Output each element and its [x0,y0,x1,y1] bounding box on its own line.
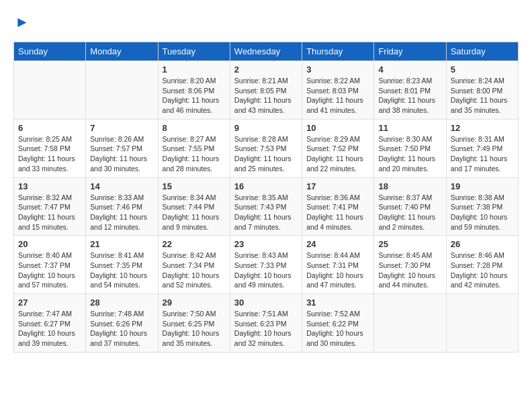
day-number: 10 [306,123,369,133]
calendar-cell [14,61,86,120]
day-info: Sunrise: 8:35 AM Sunset: 7:43 PM Dayligh… [234,193,298,232]
calendar-cell: 17Sunrise: 8:36 AM Sunset: 7:41 PM Dayli… [302,177,374,236]
day-info: Sunrise: 8:36 AM Sunset: 7:41 PM Dayligh… [306,193,369,232]
calendar-cell: 16Sunrise: 8:35 AM Sunset: 7:43 PM Dayli… [230,177,302,236]
day-number: 20 [18,239,81,249]
day-number: 31 [306,298,369,308]
weekday-label: Saturday [446,42,518,61]
day-info: Sunrise: 8:27 AM Sunset: 7:55 PM Dayligh… [163,134,226,174]
weekday-label: Tuesday [158,42,230,61]
calendar-cell: 24Sunrise: 8:44 AM Sunset: 7:31 PM Dayli… [302,236,374,294]
day-number: 22 [163,239,226,249]
day-info: Sunrise: 8:24 AM Sunset: 8:00 PM Dayligh… [451,76,514,116]
day-info: Sunrise: 8:40 AM Sunset: 7:37 PM Dayligh… [18,250,81,290]
calendar-week-row: 20Sunrise: 8:40 AM Sunset: 7:37 PM Dayli… [14,236,519,294]
day-info: Sunrise: 8:43 AM Sunset: 7:33 PM Dayligh… [234,250,298,290]
day-number: 15 [163,181,226,191]
day-info: Sunrise: 8:32 AM Sunset: 7:47 PM Dayligh… [18,193,81,232]
day-info: Sunrise: 8:22 AM Sunset: 8:03 PM Dayligh… [306,76,369,116]
day-info: Sunrise: 8:38 AM Sunset: 7:38 PM Dayligh… [451,193,514,232]
day-number: 8 [163,123,226,133]
day-number: 13 [18,181,81,191]
day-number: 17 [306,181,369,191]
weekday-label: Wednesday [230,42,302,61]
day-number: 21 [90,239,153,249]
calendar-cell [86,61,158,120]
day-info: Sunrise: 7:47 AM Sunset: 6:27 PM Dayligh… [18,309,81,349]
day-number: 27 [18,298,81,308]
day-info: Sunrise: 8:28 AM Sunset: 7:53 PM Dayligh… [234,134,298,174]
day-info: Sunrise: 7:52 AM Sunset: 6:22 PM Dayligh… [306,309,369,349]
day-number: 29 [163,298,226,308]
day-info: Sunrise: 8:46 AM Sunset: 7:28 PM Dayligh… [451,250,514,290]
day-number: 23 [234,239,298,249]
calendar-cell: 4Sunrise: 8:23 AM Sunset: 8:01 PM Daylig… [374,61,446,120]
calendar-week-row: 6Sunrise: 8:25 AM Sunset: 7:58 PM Daylig… [14,119,519,177]
day-number: 6 [18,123,81,133]
logo: ► [13,13,30,31]
calendar-cell: 31Sunrise: 7:52 AM Sunset: 6:22 PM Dayli… [302,294,374,353]
day-number: 14 [90,181,153,191]
day-number: 4 [378,64,441,75]
calendar-cell: 26Sunrise: 8:46 AM Sunset: 7:28 PM Dayli… [446,236,518,294]
day-info: Sunrise: 8:41 AM Sunset: 7:35 PM Dayligh… [90,250,153,290]
day-number: 24 [306,239,369,249]
day-info: Sunrise: 8:37 AM Sunset: 7:40 PM Dayligh… [378,193,441,232]
calendar-cell: 5Sunrise: 8:24 AM Sunset: 8:00 PM Daylig… [446,61,518,120]
calendar-cell: 22Sunrise: 8:42 AM Sunset: 7:34 PM Dayli… [158,236,230,294]
day-info: Sunrise: 7:48 AM Sunset: 6:26 PM Dayligh… [90,309,153,349]
day-number: 5 [451,64,514,75]
calendar-cell: 6Sunrise: 8:25 AM Sunset: 7:58 PM Daylig… [14,119,86,177]
day-number: 25 [378,239,441,249]
calendar-cell: 21Sunrise: 8:41 AM Sunset: 7:35 PM Dayli… [86,236,158,294]
day-info: Sunrise: 8:23 AM Sunset: 8:01 PM Dayligh… [378,76,441,116]
calendar-cell: 23Sunrise: 8:43 AM Sunset: 7:33 PM Dayli… [230,236,302,294]
day-info: Sunrise: 8:29 AM Sunset: 7:52 PM Dayligh… [306,134,369,174]
calendar-cell: 29Sunrise: 7:50 AM Sunset: 6:25 PM Dayli… [158,294,230,353]
calendar-cell: 25Sunrise: 8:45 AM Sunset: 7:30 PM Dayli… [374,236,446,294]
weekday-label: Monday [86,42,158,61]
day-number: 7 [90,123,153,133]
calendar-cell: 12Sunrise: 8:31 AM Sunset: 7:49 PM Dayli… [446,119,518,177]
day-number: 3 [306,64,369,75]
calendar-week-row: 27Sunrise: 7:47 AM Sunset: 6:27 PM Dayli… [14,294,519,353]
day-info: Sunrise: 8:25 AM Sunset: 7:58 PM Dayligh… [18,134,81,174]
day-number: 28 [90,298,153,308]
calendar-cell: 15Sunrise: 8:34 AM Sunset: 7:44 PM Dayli… [158,177,230,236]
calendar-cell: 30Sunrise: 7:51 AM Sunset: 6:23 PM Dayli… [230,294,302,353]
day-info: Sunrise: 8:34 AM Sunset: 7:44 PM Dayligh… [163,193,226,232]
day-info: Sunrise: 8:30 AM Sunset: 7:50 PM Dayligh… [378,134,441,174]
day-info: Sunrise: 7:51 AM Sunset: 6:23 PM Dayligh… [234,309,298,349]
day-info: Sunrise: 8:45 AM Sunset: 7:30 PM Dayligh… [378,250,441,290]
calendar-body: 1Sunrise: 8:20 AM Sunset: 8:06 PM Daylig… [14,61,519,353]
calendar-cell: 2Sunrise: 8:21 AM Sunset: 8:05 PM Daylig… [230,61,302,120]
calendar-cell: 3Sunrise: 8:22 AM Sunset: 8:03 PM Daylig… [302,61,374,120]
day-info: Sunrise: 7:50 AM Sunset: 6:25 PM Dayligh… [163,309,226,349]
calendar-cell: 19Sunrise: 8:38 AM Sunset: 7:38 PM Dayli… [446,177,518,236]
calendar-cell: 10Sunrise: 8:29 AM Sunset: 7:52 PM Dayli… [302,119,374,177]
calendar-cell: 11Sunrise: 8:30 AM Sunset: 7:50 PM Dayli… [374,119,446,177]
calendar-cell: 14Sunrise: 8:33 AM Sunset: 7:46 PM Dayli… [86,177,158,236]
calendar-cell: 7Sunrise: 8:26 AM Sunset: 7:57 PM Daylig… [86,119,158,177]
day-number: 9 [234,123,298,133]
calendar-cell: 9Sunrise: 8:28 AM Sunset: 7:53 PM Daylig… [230,119,302,177]
calendar-cell: 27Sunrise: 7:47 AM Sunset: 6:27 PM Dayli… [14,294,86,353]
day-info: Sunrise: 8:21 AM Sunset: 8:05 PM Dayligh… [234,76,298,116]
calendar-cell [446,294,518,353]
weekday-label: Friday [374,42,446,61]
day-number: 12 [451,123,514,133]
day-number: 18 [378,181,441,191]
calendar-week-row: 13Sunrise: 8:32 AM Sunset: 7:47 PM Dayli… [14,177,519,236]
day-number: 16 [234,181,298,191]
day-info: Sunrise: 8:42 AM Sunset: 7:34 PM Dayligh… [163,250,226,290]
calendar-cell [374,294,446,353]
day-number: 2 [234,64,298,75]
calendar-cell: 13Sunrise: 8:32 AM Sunset: 7:47 PM Dayli… [14,177,86,236]
day-number: 1 [163,64,226,75]
day-number: 19 [451,181,514,191]
logo-bird-icon: ► [15,13,30,31]
day-info: Sunrise: 8:31 AM Sunset: 7:49 PM Dayligh… [451,134,514,174]
weekday-label: Thursday [302,42,374,61]
weekday-label: Sunday [14,42,86,61]
weekday-header-row: SundayMondayTuesdayWednesdayThursdayFrid… [14,42,519,61]
